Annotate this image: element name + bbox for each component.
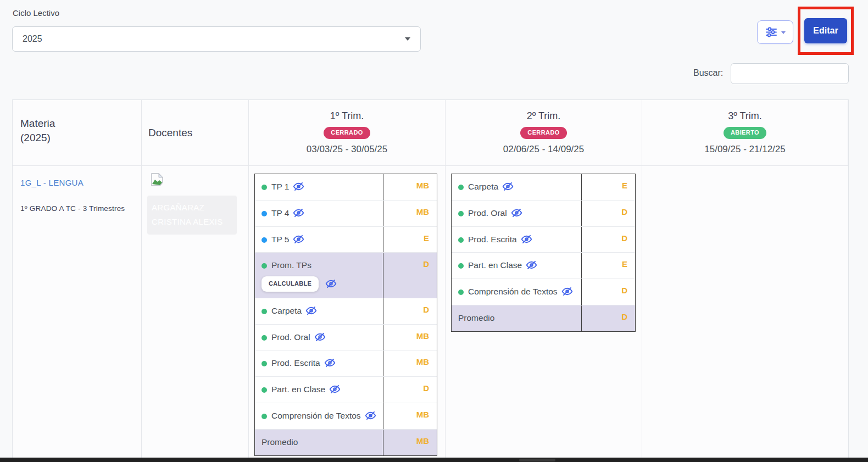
grade-value: D (582, 305, 635, 331)
grade-label-cell: Comprensión de Textos (452, 279, 582, 305)
grade-label-cell: Prod. Oral (255, 325, 383, 350)
grade-row: TP 1MB (255, 174, 437, 200)
eye-off-icon[interactable] (365, 410, 376, 421)
grade-value: MB (383, 403, 437, 429)
grade-value: D (582, 279, 635, 305)
criterion-label: Part. en Clase (271, 385, 325, 394)
eye-off-icon[interactable] (305, 305, 317, 316)
eye-off-icon[interactable] (293, 181, 304, 192)
criterion-label: Prom. TPs (271, 260, 311, 270)
grade-label-cell: TP 5 (255, 227, 383, 253)
caret-down-icon (781, 31, 786, 34)
ciclo-lectivo-select[interactable]: 2025 (12, 26, 421, 52)
criterion-label: Carpeta (468, 182, 498, 191)
grade-value: E (383, 227, 437, 253)
grade-value: D (383, 298, 437, 324)
grade-value: E (582, 174, 635, 200)
chevron-down-icon (405, 37, 410, 41)
trim3-status-badge: ABIERTO (724, 127, 766, 138)
trim3-dates: 15/09/25 - 21/12/25 (704, 144, 785, 155)
buscar-input[interactable] (731, 63, 849, 84)
column-header-trim1: 1º Trim. CERRADO 03/03/25 - 30/05/25 (249, 100, 446, 166)
grade-row: CarpetaE (452, 174, 635, 200)
grade-label-cell: Carpeta (255, 298, 383, 324)
bottom-edge-bar (0, 458, 868, 462)
bottom-bar-handle (519, 459, 555, 461)
grade-value: MB (383, 201, 437, 226)
criterion-label: Promedio (458, 313, 494, 322)
grade-value: MB (383, 174, 437, 200)
materia-link[interactable]: 1G_L - LENGUA (20, 178, 84, 187)
status-dot-icon (261, 185, 267, 190)
grade-row: CarpetaD (255, 298, 437, 324)
eye-off-icon[interactable] (502, 181, 514, 192)
grade-label-cell: Promedio (255, 430, 383, 455)
grade-row: Prom. TPsCALCULABLED (255, 252, 437, 297)
grades-config-page: Ciclo Lectivo 2025 Editar Buscar: Materi… (0, 0, 868, 462)
eye-off-icon[interactable] (324, 357, 336, 369)
column-header-trim2: 2º Trim. CERRADO 02/06/25 - 14/09/25 (446, 100, 642, 166)
calculable-badge: CALCULABLE (261, 276, 319, 292)
grade-value: D (582, 201, 635, 226)
eye-off-icon[interactable] (526, 259, 537, 271)
eye-off-icon[interactable] (293, 207, 304, 219)
criterion-label: Prod. Oral (271, 332, 310, 342)
trim2-dates: 02/06/25 - 14/09/25 (503, 144, 584, 155)
eye-off-icon[interactable] (293, 233, 304, 245)
grade-label-cell: Prom. TPsCALCULABLE (255, 253, 383, 297)
trim1-grades-table: TP 1MBTP 4MBTP 5EProm. TPsCALCULABLEDCar… (254, 174, 437, 456)
table-row-trim3-cell (642, 166, 848, 458)
annotation-highlight-box: Editar (798, 7, 854, 55)
ciclo-lectivo-label: Ciclo Lectivo (13, 8, 59, 18)
criterion-label: Prod. Oral (468, 208, 507, 218)
grade-label-cell: Prod. Escrita (452, 227, 582, 253)
status-dot-icon (458, 263, 464, 269)
eye-off-icon[interactable] (511, 207, 522, 219)
grade-label-cell: Promedio (452, 305, 582, 331)
status-dot-icon (261, 414, 267, 419)
grade-row: Prod. OralMB (255, 324, 437, 350)
table-row-trim1-cell: TP 1MBTP 4MBTP 5EProm. TPsCALCULABLEDCar… (249, 166, 446, 458)
materias-table: Materia (2025) Docentes 1º Trim. CERRADO… (12, 99, 849, 458)
eye-off-icon[interactable] (314, 331, 326, 343)
filter-options-button[interactable] (757, 20, 793, 44)
grade-row: PromedioMB (255, 429, 437, 455)
grade-label-cell: Prod. Oral (452, 201, 582, 226)
trim1-dates: 03/03/25 - 30/05/25 (307, 144, 387, 155)
broken-image-icon (149, 172, 166, 190)
eye-off-icon[interactable] (561, 286, 573, 297)
criterion-label: Comprensión de Textos (468, 287, 558, 296)
criterion-label: Comprensión de Textos (271, 411, 361, 420)
grade-value: MB (383, 350, 437, 376)
status-dot-icon (458, 211, 464, 216)
grade-row: TP 5E (255, 226, 437, 253)
grade-label-cell: Part. en Clase (255, 377, 383, 403)
grade-value: D (383, 253, 437, 297)
eye-off-icon[interactable] (325, 278, 337, 290)
trim2-status-badge: CERRADO (520, 127, 566, 138)
column-header-trim3: 3º Trim. ABIERTO 15/09/25 - 21/12/25 (642, 100, 848, 166)
grade-label-cell: TP 1 (255, 174, 383, 200)
status-dot-icon (261, 361, 267, 366)
grade-row: Comprensión de TextosD (452, 279, 635, 305)
editar-button[interactable]: Editar (804, 18, 847, 43)
eye-off-icon[interactable] (521, 233, 532, 245)
trim2-title: 2º Trim. (527, 110, 561, 122)
grade-value: MB (383, 325, 437, 350)
grade-row: Comprensión de TextosMB (255, 403, 437, 429)
trim1-status-badge: CERRADO (324, 127, 370, 138)
grade-label-cell: TP 4 (255, 201, 383, 226)
buscar-label: Buscar: (693, 68, 723, 78)
grade-label-cell: Part. en Clase (452, 253, 582, 279)
criterion-label: Prod. Escrita (271, 358, 320, 368)
grade-value: D (582, 227, 635, 253)
grade-row: Part. en ClaseD (255, 376, 437, 403)
materia-detail: 1º GRADO A TC - 3 Trimestres (20, 204, 133, 213)
status-dot-icon (458, 290, 464, 295)
column-header-docentes: Docentes (142, 100, 249, 166)
trim1-title: 1º Trim. (330, 110, 364, 122)
eye-off-icon[interactable] (329, 383, 341, 395)
grade-row: TP 4MB (255, 200, 437, 226)
criterion-label: Promedio (261, 437, 298, 447)
grade-row: PromedioD (452, 305, 635, 331)
